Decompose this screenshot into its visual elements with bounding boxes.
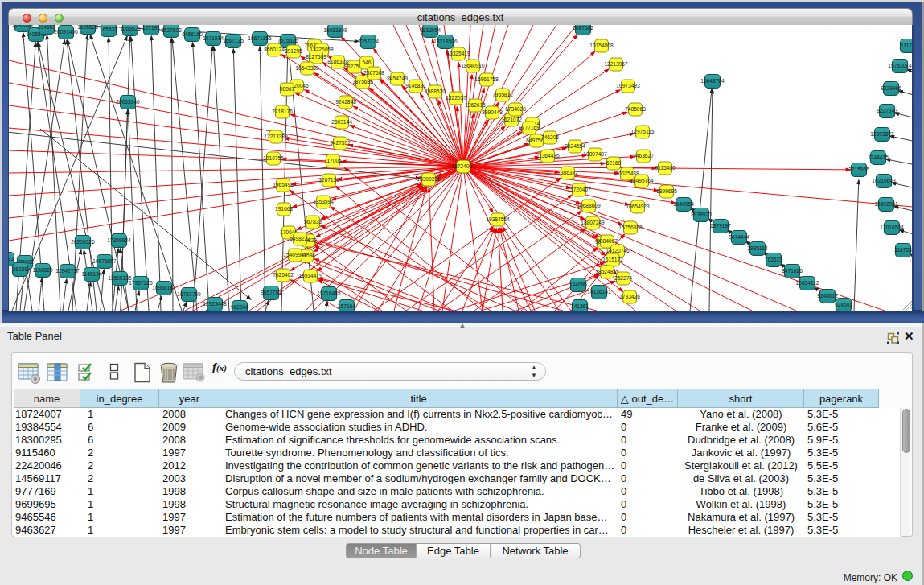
svg-text:10958187: 10958187 — [152, 285, 176, 290]
svg-text:107191: 107191 — [142, 25, 160, 31]
svg-text:9657791: 9657791 — [261, 290, 281, 295]
svg-text:141361: 141361 — [571, 303, 589, 309]
svg-text:1667135: 1667135 — [223, 38, 244, 43]
svg-text:5498222: 5498222 — [290, 236, 310, 241]
svg-text:16671355: 16671355 — [248, 35, 272, 41]
svg-text:14136141: 14136141 — [587, 289, 611, 295]
svg-text:12923448: 12923448 — [203, 301, 227, 307]
svg-text:15720407: 15720407 — [567, 187, 591, 192]
svg-text:2367608: 2367608 — [363, 70, 384, 76]
svg-text:10973493: 10973493 — [616, 83, 640, 89]
svg-text:9474444: 9474444 — [729, 234, 749, 240]
svg-text:1733426: 1733426 — [619, 294, 640, 299]
svg-text:10083: 10083 — [9, 256, 14, 262]
svg-text:16914479: 16914479 — [298, 273, 322, 278]
svg-text:13218506: 13218506 — [433, 39, 458, 44]
svg-text:3624554: 3624554 — [565, 143, 585, 149]
svg-text:746206: 746206 — [541, 134, 559, 140]
svg-text:9463627: 9463627 — [633, 153, 654, 159]
svg-text:1615172: 1615172 — [602, 257, 623, 262]
svg-text:16782759: 16782759 — [177, 291, 201, 297]
svg-text:1322037: 1322037 — [446, 95, 466, 101]
svg-text:16961758: 16961758 — [474, 76, 499, 82]
svg-text:6899695: 6899695 — [656, 188, 677, 194]
svg-text:18640910: 18640910 — [461, 63, 485, 68]
svg-text:9242848: 9242848 — [335, 99, 356, 105]
svg-text:157164: 157164 — [338, 303, 355, 309]
svg-text:18807249: 18807249 — [581, 220, 605, 225]
svg-text:1065526: 1065526 — [120, 26, 141, 31]
svg-text:7485063: 7485063 — [625, 106, 646, 112]
svg-text:2803144: 2803144 — [331, 119, 352, 125]
svg-text:12213967: 12213967 — [604, 61, 628, 67]
svg-text:17957225: 17957225 — [129, 280, 153, 286]
svg-text:12213389: 12213389 — [264, 134, 288, 139]
svg-text:9227343: 9227343 — [877, 108, 897, 113]
svg-text:2087682: 2087682 — [573, 25, 593, 31]
svg-text:20053346: 20053346 — [116, 99, 140, 105]
svg-text:10807487: 10807487 — [583, 151, 607, 157]
svg-text:546: 546 — [362, 60, 371, 65]
svg-text:39159: 39159 — [13, 266, 28, 272]
svg-text:10210643: 10210643 — [872, 178, 896, 183]
svg-text:9329966: 9329966 — [881, 85, 901, 91]
svg-text:1145194: 1145194 — [81, 271, 102, 277]
svg-text:20091406: 20091406 — [54, 29, 78, 35]
svg-text:9245012: 9245012 — [817, 293, 838, 299]
svg-text:9115460: 9115460 — [655, 165, 676, 171]
svg-text:763621: 763621 — [765, 257, 782, 262]
svg-text:8813054: 8813054 — [420, 27, 441, 33]
svg-text:7625402: 7625402 — [273, 272, 294, 278]
svg-text:1640954: 1640954 — [673, 201, 694, 207]
svg-text:1588520: 1588520 — [425, 89, 446, 94]
svg-text:3215955: 3215955 — [848, 167, 869, 172]
svg-text:1010755: 1010755 — [263, 155, 284, 161]
svg-text:204557: 204557 — [38, 25, 55, 30]
svg-text:2935114: 2935114 — [747, 245, 768, 251]
svg-text:567833: 567833 — [304, 219, 322, 225]
svg-text:13325419: 13325419 — [446, 51, 470, 56]
svg-text:13495764: 13495764 — [630, 178, 654, 183]
svg-text:17359924: 17359924 — [107, 237, 131, 243]
svg-text:17016504: 17016504 — [880, 225, 904, 230]
svg-text:1965498: 1965498 — [273, 182, 294, 187]
svg-text:12093872: 12093872 — [870, 131, 894, 137]
svg-text:14120746: 14120746 — [606, 248, 630, 253]
svg-text:8990448: 8990448 — [482, 109, 503, 115]
svg-text:891295: 891295 — [285, 48, 302, 54]
svg-text:10975857: 10975857 — [92, 258, 117, 264]
svg-text:1071914: 1071914 — [203, 35, 224, 41]
svg-text:165532: 165532 — [100, 27, 117, 32]
svg-text:12975115: 12975115 — [631, 129, 655, 134]
svg-text:6466160: 6466160 — [182, 31, 203, 37]
svg-text:6734028: 6734028 — [505, 106, 526, 112]
svg-text:252274: 252274 — [614, 275, 632, 281]
svg-text:962344: 962344 — [231, 304, 248, 310]
svg-text:1156829: 1156829 — [32, 267, 53, 273]
svg-text:62160: 62160 — [606, 160, 622, 166]
svg-text:10654923: 10654923 — [626, 204, 650, 209]
svg-text:10654112: 10654112 — [796, 280, 819, 286]
svg-text:1362615: 1362615 — [465, 102, 486, 108]
svg-text:8938923: 8938923 — [691, 212, 712, 217]
svg-text:9427552: 9427552 — [330, 140, 351, 146]
svg-text:9084067: 9084067 — [597, 238, 618, 244]
svg-text:1244415: 1244415 — [868, 154, 889, 160]
svg-text:98961: 98961 — [280, 86, 295, 92]
svg-text:1353594: 1353594 — [313, 199, 334, 204]
svg-text:20206526: 20206526 — [71, 239, 95, 245]
svg-text:18524851: 18524851 — [595, 269, 619, 274]
svg-text:9146821: 9146821 — [405, 83, 426, 89]
svg-text:144095: 144095 — [569, 282, 587, 287]
svg-text:3267130: 3267130 — [318, 177, 339, 183]
svg-text:8471626: 8471626 — [782, 268, 803, 274]
svg-text:15409948: 15409948 — [283, 252, 307, 257]
svg-text:10688609: 10688609 — [577, 203, 601, 208]
svg-text:15692951: 15692951 — [874, 201, 898, 207]
svg-text:7357224: 7357224 — [358, 39, 379, 44]
svg-text:1640954: 1640954 — [12, 25, 33, 27]
svg-text:16543382: 16543382 — [295, 65, 319, 71]
svg-text:2718176: 2718176 — [272, 109, 293, 114]
svg-text:116753: 116753 — [894, 247, 912, 253]
svg-text:9777169: 9777169 — [519, 125, 540, 130]
